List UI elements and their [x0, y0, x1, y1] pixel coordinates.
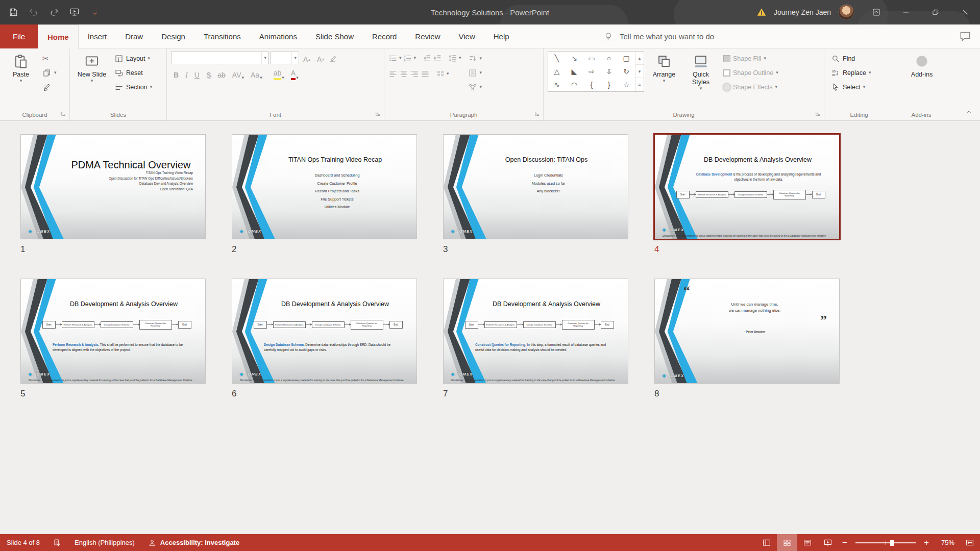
- zoom-out-button[interactable]: −: [838, 534, 851, 551]
- tab-file[interactable]: File: [0, 24, 38, 48]
- minimize-button[interactable]: [891, 0, 921, 24]
- reading-view-button[interactable]: [797, 534, 818, 551]
- numbering-icon[interactable]: 123: [403, 54, 412, 63]
- shapes-scroll-down[interactable]: ▾: [635, 65, 644, 78]
- tab-draw[interactable]: Draw: [116, 24, 152, 48]
- tell-me-box[interactable]: Tell me what you want to do: [603, 24, 714, 48]
- drawing-dialog-launcher-icon[interactable]: [815, 111, 821, 117]
- align-center-icon[interactable]: [399, 69, 408, 79]
- shapes-scroll-up[interactable]: ▴: [635, 52, 644, 65]
- clear-formatting-icon[interactable]: [328, 54, 337, 63]
- font-color-button[interactable]: A▾: [288, 67, 301, 80]
- increase-indent-icon[interactable]: [433, 54, 442, 63]
- decrease-indent-icon[interactable]: [422, 54, 431, 63]
- shape-circular-arrow-icon[interactable]: ↻: [618, 65, 635, 78]
- slide-thumbnail-7[interactable]: DB Development & Analysis OverviewStartP…: [443, 279, 628, 384]
- find-button[interactable]: Find: [828, 52, 891, 65]
- shape-oval-icon[interactable]: ○: [600, 52, 618, 65]
- convert-to-smartart-button[interactable]: ▾: [465, 81, 485, 93]
- shape-arc-icon[interactable]: ◠: [566, 78, 583, 91]
- new-slide-button[interactable]: New Slide▾: [74, 51, 110, 83]
- shape-fill-button[interactable]: Shape Fill▾: [721, 52, 781, 65]
- fit-to-window-button[interactable]: [960, 534, 980, 551]
- paragraph-dialog-launcher-icon[interactable]: [534, 111, 541, 117]
- tab-slide-show[interactable]: Slide Show: [306, 24, 363, 48]
- accessibility-status[interactable]: Accessibility: Investigate: [141, 534, 246, 551]
- zoom-in-button[interactable]: +: [920, 534, 933, 551]
- normal-view-button[interactable]: [756, 534, 777, 551]
- slideshow-view-button[interactable]: [818, 534, 838, 551]
- shape-arrow-icon[interactable]: ↘: [566, 52, 583, 65]
- slide-thumbnail-6[interactable]: DB Development & Analysis OverviewStartP…: [232, 279, 417, 384]
- underline-button[interactable]: U: [192, 67, 202, 80]
- warning-icon[interactable]: [756, 7, 767, 17]
- user-name[interactable]: Journey Zen Jaen: [774, 8, 831, 16]
- shapes-more-button[interactable]: ≡: [635, 78, 644, 91]
- slide-sorter-view-button[interactable]: [777, 534, 797, 551]
- justify-icon[interactable]: [421, 69, 430, 79]
- text-direction-button[interactable]: ▾: [465, 52, 485, 65]
- bullets-icon[interactable]: [388, 54, 398, 63]
- font-size-combo[interactable]: ▾: [271, 52, 299, 64]
- arrange-button[interactable]: Arrange▾: [647, 51, 681, 83]
- reset-button[interactable]: Reset: [112, 66, 155, 79]
- tab-insert[interactable]: Insert: [79, 24, 116, 48]
- italic-button[interactable]: I: [183, 67, 190, 80]
- customize-qat-icon[interactable]: [90, 7, 100, 17]
- addins-button[interactable]: Add-ins: [905, 51, 939, 79]
- columns-icon[interactable]: [436, 69, 445, 79]
- quick-styles-button[interactable]: Quick Styles▾: [684, 51, 718, 91]
- tab-view[interactable]: View: [450, 24, 484, 48]
- character-spacing-button[interactable]: AV▾: [230, 67, 247, 80]
- align-left-icon[interactable]: [388, 69, 398, 79]
- align-right-icon[interactable]: [410, 69, 419, 79]
- highlight-color-button[interactable]: ab▾: [271, 67, 287, 80]
- change-case-button[interactable]: Aa▾: [248, 67, 265, 80]
- shape-block-arrow-right-icon[interactable]: ⇨: [583, 65, 600, 78]
- select-button[interactable]: Select▾: [828, 81, 891, 93]
- tab-home[interactable]: Home: [38, 24, 79, 48]
- line-spacing-icon[interactable]: [448, 54, 457, 63]
- shape-rounded-rectangle-icon[interactable]: ▢: [618, 52, 635, 65]
- copy-button[interactable]: ▾: [40, 66, 59, 79]
- cut-button[interactable]: ✂: [40, 52, 59, 65]
- shape-effects-button[interactable]: Shape Effects▾: [721, 81, 781, 93]
- shape-left-brace-icon[interactable]: {: [583, 78, 600, 91]
- bold-button[interactable]: B: [171, 67, 181, 80]
- tab-animations[interactable]: Animations: [250, 24, 306, 48]
- user-avatar[interactable]: [838, 4, 854, 20]
- start-slideshow-icon[interactable]: [69, 7, 80, 17]
- tab-record[interactable]: Record: [363, 24, 406, 48]
- zoom-level[interactable]: 75%: [933, 539, 960, 546]
- strikethrough-button[interactable]: ab: [215, 67, 228, 80]
- slide-thumbnail-8[interactable]: “ Until we can manage time,we can manage…: [654, 279, 840, 384]
- zoom-slider-handle[interactable]: [890, 540, 894, 546]
- replace-button[interactable]: abacReplace▾: [828, 66, 891, 79]
- shape-curve-icon[interactable]: ∿: [548, 78, 566, 91]
- language-status[interactable]: English (Philippines): [68, 534, 141, 551]
- shape-right-triangle-icon[interactable]: ◣: [566, 65, 583, 78]
- shape-star-icon[interactable]: ☆: [618, 78, 635, 91]
- close-button[interactable]: [950, 0, 980, 24]
- comments-icon[interactable]: [959, 30, 972, 43]
- paste-button[interactable]: Paste▾: [4, 51, 38, 83]
- tab-help[interactable]: Help: [484, 24, 519, 48]
- proofing-status[interactable]: [46, 534, 68, 551]
- tab-review[interactable]: Review: [406, 24, 449, 48]
- font-name-combo[interactable]: ▾: [171, 52, 269, 64]
- slide-thumbnail-1[interactable]: PDMA Technical Overview TiTAN Ops Traini…: [20, 134, 206, 239]
- shape-right-brace-icon[interactable]: }: [600, 78, 618, 91]
- format-painter-button[interactable]: [40, 81, 59, 93]
- slide-indicator[interactable]: Slide 4 of 8: [0, 534, 46, 551]
- shape-outline-button[interactable]: Shape Outline▾: [721, 66, 781, 79]
- section-button[interactable]: Section▾: [112, 81, 155, 93]
- text-shadow-button[interactable]: S: [204, 67, 213, 80]
- tab-transitions[interactable]: Transitions: [194, 24, 250, 48]
- shape-block-arrow-down-icon[interactable]: ⇩: [600, 65, 618, 78]
- font-dialog-launcher-icon[interactable]: [375, 111, 381, 117]
- ribbon-display-options-button[interactable]: [862, 0, 891, 24]
- layout-button[interactable]: Layout▾: [112, 52, 155, 65]
- shape-triangle-icon[interactable]: △: [548, 65, 566, 78]
- slide-thumbnail-2[interactable]: TiTAN Ops Training Video Recap Dashboard…: [232, 134, 417, 239]
- shape-line-icon[interactable]: ╲: [548, 52, 566, 65]
